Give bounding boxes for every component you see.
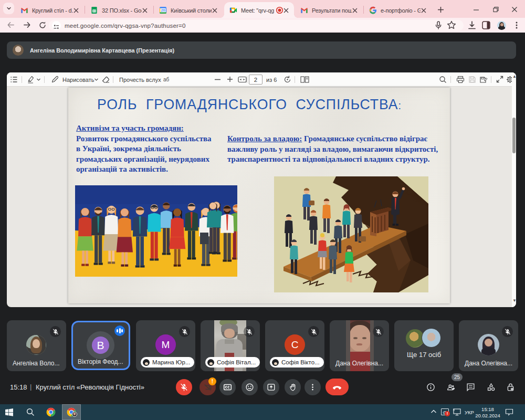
svg-text:аб: аб xyxy=(163,77,170,82)
svg-text:20: 20 xyxy=(161,8,165,12)
